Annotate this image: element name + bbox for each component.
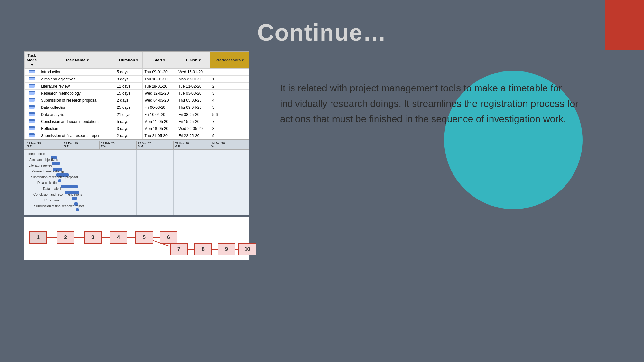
task-mode-icon bbox=[29, 91, 35, 95]
table-row: Aims and objectives8 daysThu 16-01-20Mon… bbox=[25, 76, 249, 83]
left-panel: TaskMode ▾ Task Name ▾ Duration ▾ Start … bbox=[24, 51, 259, 260]
network-node: 10 bbox=[238, 243, 256, 255]
duration-cell: 3 days bbox=[115, 125, 142, 132]
network-diagram: 12345678910 bbox=[24, 217, 249, 260]
finish-cell: Tue 11-02-20 bbox=[176, 83, 210, 90]
table-row: Introduction5 daysThu 09-01-20Wed 15-01-… bbox=[25, 69, 249, 76]
gantt-bar bbox=[72, 197, 77, 200]
network-node: 4 bbox=[110, 231, 127, 244]
table-row: Data analysis21 daysFri 10-04-20Fri 08-0… bbox=[25, 111, 249, 118]
start-cell: Mon 11-05-20 bbox=[142, 118, 176, 125]
table-row: Data collection25 daysFri 06-03-20Thu 09… bbox=[25, 104, 249, 111]
start-cell: Tue 28-01-20 bbox=[142, 83, 176, 90]
gantt-task-label: Research methodology bbox=[32, 170, 65, 173]
duration-cell: 11 days bbox=[115, 83, 142, 90]
decorative-red-rectangle bbox=[605, 0, 644, 50]
gantt-task-label: Aims and objectives bbox=[29, 158, 58, 162]
finish-cell: Wed 15-01-20 bbox=[176, 69, 210, 76]
start-cell: Fri 06-03-20 bbox=[142, 104, 176, 111]
gantt-task-label: Data collection bbox=[37, 181, 59, 185]
task-name-cell: Aims and objectives bbox=[39, 76, 115, 83]
tl-2: 29 Dec '19S T bbox=[63, 141, 100, 149]
predecessors-cell: 2 bbox=[210, 83, 249, 90]
start-cell: Mon 18-05-20 bbox=[142, 125, 176, 132]
col-duration: Duration ▾ bbox=[115, 52, 142, 69]
table-row: Submission of research proposal2 daysWed… bbox=[25, 97, 249, 104]
task-mode-icon bbox=[29, 70, 35, 73]
predecessors-cell: 3 bbox=[210, 90, 249, 97]
task-mode-icon bbox=[29, 105, 35, 109]
duration-cell: 2 days bbox=[115, 97, 142, 104]
task-name-cell: Introduction bbox=[39, 69, 115, 76]
table-row: Submission of final research report2 day… bbox=[25, 132, 249, 139]
col-task-mode: TaskMode ▾ bbox=[25, 52, 39, 69]
task-mode-cell bbox=[25, 97, 39, 104]
predecessors-cell: 8 bbox=[210, 125, 249, 132]
gantt-task-label: Introduction bbox=[28, 152, 45, 156]
predecessors-cell: 9 bbox=[210, 132, 249, 139]
finish-cell: Tue 03-03-20 bbox=[176, 90, 210, 97]
task-mode-cell bbox=[25, 90, 39, 97]
predecessors-cell: 5,6 bbox=[210, 111, 249, 118]
finish-cell: Fri 15-05-20 bbox=[176, 118, 210, 125]
task-mode-cell bbox=[25, 69, 39, 76]
duration-cell: 25 days bbox=[115, 104, 142, 111]
gantt-task-label: Literature review bbox=[29, 164, 52, 167]
network-node: 6 bbox=[160, 231, 177, 244]
network-node: 9 bbox=[218, 243, 235, 255]
network-node: 3 bbox=[84, 231, 102, 244]
gantt-task-label: Submission of final research report bbox=[34, 204, 84, 208]
task-name-cell: Reflection bbox=[39, 125, 115, 132]
tl-4: 22 Mar '20S M bbox=[137, 141, 174, 149]
network-node: 2 bbox=[57, 231, 74, 244]
network-node: 5 bbox=[135, 231, 153, 244]
gantt-bar bbox=[76, 208, 79, 211]
task-name-cell: Data analysis bbox=[39, 111, 115, 118]
tl-1: 17 Nov '19S T bbox=[26, 141, 63, 149]
duration-cell: 21 days bbox=[115, 111, 142, 118]
task-mode-icon bbox=[29, 84, 35, 88]
gantt-task-label: Data analysis bbox=[43, 187, 62, 190]
duration-cell: 8 days bbox=[115, 76, 142, 83]
start-cell: Thu 21-05-20 bbox=[142, 132, 176, 139]
predecessors-cell: 4 bbox=[210, 97, 249, 104]
finish-cell: Fri 22-05-20 bbox=[176, 132, 210, 139]
start-cell: Fri 10-04-20 bbox=[142, 111, 176, 118]
gantt-task-label: Conclusion and recommendations bbox=[33, 193, 82, 196]
task-mode-cell bbox=[25, 132, 39, 139]
tl-5: 05 May '20M F bbox=[174, 141, 211, 149]
duration-cell: 15 days bbox=[115, 90, 142, 97]
task-mode-icon bbox=[29, 98, 35, 102]
task-mode-icon bbox=[29, 112, 35, 116]
task-name-cell: Literature review bbox=[39, 83, 115, 90]
task-mode-icon bbox=[29, 126, 35, 130]
network-node: 7 bbox=[170, 243, 188, 255]
task-mode-cell bbox=[25, 83, 39, 90]
timeline-header: 17 Nov '19S T 29 Dec '19S T 09 Feb '20T … bbox=[24, 140, 249, 150]
finish-cell: Fri 08-05-20 bbox=[176, 111, 210, 118]
gantt-body: IntroductionAims and objectivesLiteratur… bbox=[24, 150, 249, 215]
task-mode-cell bbox=[25, 104, 39, 111]
col-predecessors: Predecessors ▾ bbox=[210, 52, 249, 69]
predecessors-cell: 7 bbox=[210, 118, 249, 125]
start-cell: Thu 09-01-20 bbox=[142, 69, 176, 76]
tl-6: 14 Jun '20W bbox=[210, 141, 247, 149]
description-text: It is related with project management to… bbox=[280, 80, 602, 127]
task-mode-icon bbox=[29, 77, 35, 80]
gantt-task-label: Submission of research proposal bbox=[31, 175, 78, 179]
table-row: Research methodology15 daysWed 12-02-20T… bbox=[25, 90, 249, 97]
col-finish: Finish ▾ bbox=[176, 52, 210, 69]
task-mode-cell bbox=[25, 111, 39, 118]
task-name-cell: Research methodology bbox=[39, 90, 115, 97]
task-name-cell: Submission of final research report bbox=[39, 132, 115, 139]
duration-cell: 2 days bbox=[115, 132, 142, 139]
gantt-bar bbox=[58, 179, 61, 182]
gantt-bar bbox=[52, 162, 60, 165]
task-mode-icon bbox=[29, 133, 35, 137]
task-name-cell: Submission of research proposal bbox=[39, 97, 115, 104]
start-cell: Wed 04-03-20 bbox=[142, 97, 176, 104]
start-cell: Thu 16-01-20 bbox=[142, 76, 176, 83]
finish-cell: Mon 27-01-20 bbox=[176, 76, 210, 83]
finish-cell: Thu 09-04-20 bbox=[176, 104, 210, 111]
tl-3: 09 Feb '20T W bbox=[100, 141, 137, 149]
